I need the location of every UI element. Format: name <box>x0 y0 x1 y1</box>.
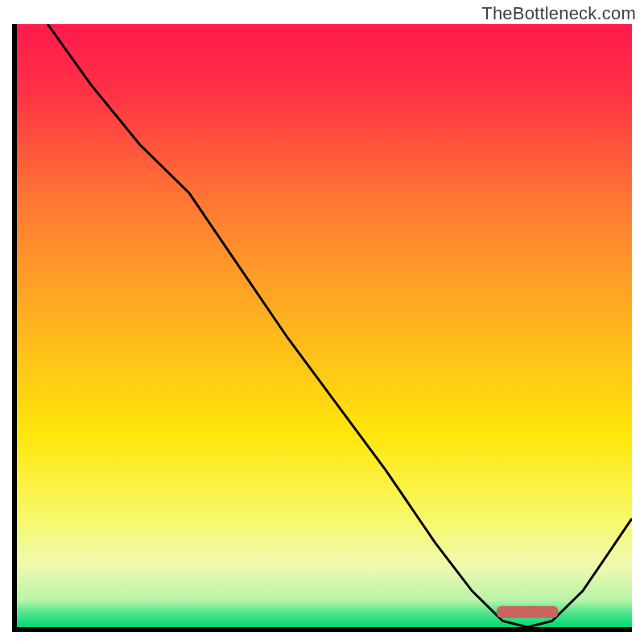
chart-container: TheBottleneck.com <box>0 0 644 644</box>
optimal-range-marker <box>497 606 558 618</box>
chart-svg <box>17 24 632 627</box>
plot-frame <box>12 24 632 632</box>
watermark-text: TheBottleneck.com <box>481 3 636 24</box>
heatmap-background <box>17 24 632 627</box>
plot-area <box>17 24 632 627</box>
